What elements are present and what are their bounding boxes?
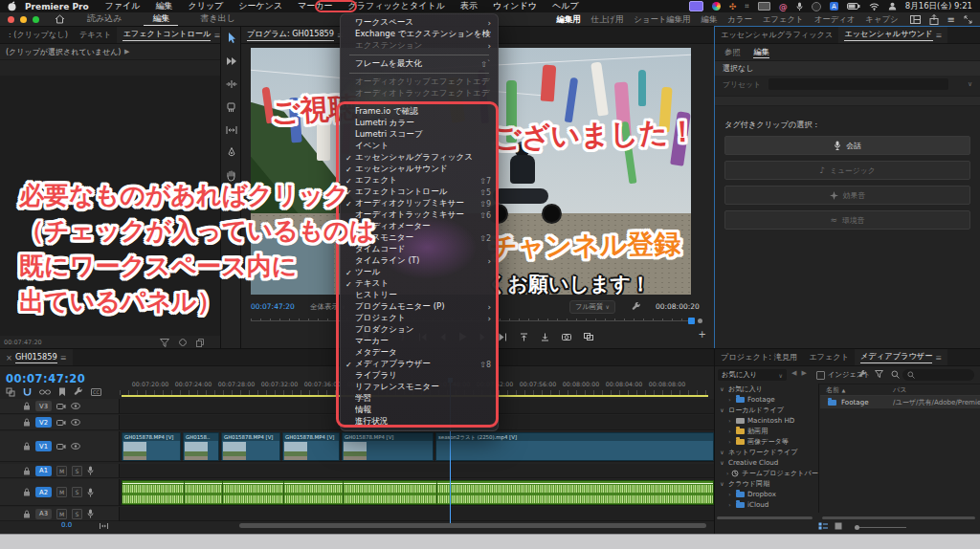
captions-icon[interactable]: CC xyxy=(91,388,101,396)
quick-export-icon[interactable] xyxy=(929,14,939,25)
menubar-menu-1[interactable]: 編集 xyxy=(147,0,180,12)
workspace-item-5[interactable]: エフェクト xyxy=(763,14,804,25)
voiceover-mic-icon[interactable] xyxy=(87,488,94,497)
menu-item-Lumetri スコープ[interactable]: Lumetri スコープ xyxy=(341,129,498,141)
zoom-window-button[interactable] xyxy=(33,16,39,23)
disclosure-icon[interactable]: › xyxy=(726,501,733,508)
extract-icon[interactable] xyxy=(541,333,549,341)
tree-item-Dropbox[interactable]: ›Dropbox xyxy=(715,489,818,499)
scrubber-knob[interactable] xyxy=(698,318,702,323)
panel-menu-icon[interactable]: ≡ xyxy=(60,353,67,362)
copy-icon[interactable] xyxy=(196,339,204,347)
disclosure-icon[interactable]: ∨ xyxy=(719,480,725,487)
timeline-clip[interactable]: GH0158.. xyxy=(183,432,219,461)
mute-button[interactable]: M xyxy=(56,509,67,519)
disclosure-icon[interactable]: › xyxy=(726,396,733,403)
tab-program-monitor[interactable]: プログラム: GH015859≡ xyxy=(241,27,349,43)
razor-tool-icon[interactable] xyxy=(226,101,236,113)
menu-item-フレームを最大化[interactable]: フレームを最大化⇧` xyxy=(341,58,498,70)
search-icon[interactable] xyxy=(891,370,900,379)
workspace-item-4[interactable]: カラー xyxy=(727,14,752,25)
menu-item-エッセンシャルサウンド[interactable]: ✓エッセンシャルサウンド xyxy=(341,164,498,175)
add-marker-icon[interactable] xyxy=(58,387,66,397)
track-lock-icon[interactable] xyxy=(23,488,31,496)
snap-magnet-icon[interactable] xyxy=(23,387,32,397)
comparison-view-icon[interactable] xyxy=(584,333,593,340)
volume-rubber-band[interactable] xyxy=(122,483,713,484)
track-select-forward-tool-icon[interactable] xyxy=(226,55,237,67)
disclosure-icon[interactable]: ∨ xyxy=(719,385,725,392)
apple-logo-icon[interactable] xyxy=(8,1,16,11)
back-arrow-icon[interactable]: ◀ xyxy=(791,369,796,377)
ingest-settings-wrench-icon[interactable] xyxy=(858,370,867,379)
header-nav-0[interactable]: 読み込み xyxy=(78,12,130,26)
menubar-menu-8[interactable]: ヘルプ xyxy=(545,0,587,12)
menu-item-エッセンシャルグラフィックス[interactable]: ✓エッセンシャルグラフィックス xyxy=(341,152,498,164)
home-icon[interactable] xyxy=(55,14,65,24)
tree-item-画像データ等[interactable]: ›画像データ等 xyxy=(715,436,818,447)
tree-item-Footage[interactable]: ›Footage xyxy=(715,394,818,405)
menubar-app-name[interactable]: Premiere Pro xyxy=(16,2,98,11)
preset-dropdown-icon[interactable]: ∨ xyxy=(968,80,972,88)
tree-item-ネットワークドライブ[interactable]: ∨ネットワークドライブ xyxy=(715,447,818,457)
timeline-clip[interactable]: GH015878.MP4 [V] xyxy=(342,432,434,461)
menubar-menu-5[interactable]: グラフィックとタイトル xyxy=(341,0,453,12)
close-tab-icon[interactable]: × xyxy=(6,353,12,362)
disclosure-icon[interactable]: ∨ xyxy=(719,406,725,413)
workspace-item-6[interactable]: オーディオ xyxy=(814,14,856,25)
list-view-icon[interactable] xyxy=(818,522,828,530)
track-target-A3[interactable]: A3 xyxy=(35,509,52,519)
track-target-A2[interactable]: A2 xyxy=(35,487,52,497)
hamburger-menu-icon[interactable]: ≡ xyxy=(947,14,955,25)
tab-media-2[interactable]: メディアブラウザー≡ xyxy=(855,349,947,365)
track-lane-A3[interactable] xyxy=(120,507,714,521)
thumbnail-view-icon[interactable] xyxy=(835,522,842,530)
keyboard-icon[interactable] xyxy=(758,2,770,11)
disclosure-icon[interactable]: › xyxy=(726,428,733,434)
menu-item-Frame.io で確認[interactable]: Frame.io で確認 xyxy=(341,106,498,118)
track-output-icon[interactable] xyxy=(56,403,66,410)
menu-item-メディアブラウザー[interactable]: ✓メディアブラウザー⇧8 xyxy=(341,359,498,370)
tag-button-ミュージック[interactable]: ♪ミュージック xyxy=(724,161,970,180)
menubar-menu-4[interactable]: マーカー xyxy=(290,0,340,12)
do-not-disturb-icon[interactable] xyxy=(812,2,821,11)
tree-item-Macintosh HD[interactable]: ›Macintosh HD xyxy=(715,415,818,426)
workspace-item-3[interactable]: 編集 xyxy=(702,14,718,25)
close-window-button[interactable] xyxy=(8,16,14,23)
menubar-menu-0[interactable]: ファイル xyxy=(98,0,148,12)
timeline-horizontal-scrollbar[interactable] xyxy=(239,523,706,528)
timeline-clip[interactable]: GH015878.MP4 [V] xyxy=(282,432,340,461)
menu-item-エクステンション[interactable]: エクステンション› xyxy=(341,40,498,52)
workspace-panel-icon[interactable] xyxy=(910,15,921,24)
track-header-A1[interactable]: A1MS xyxy=(0,464,120,478)
fullscreen-icon[interactable] xyxy=(964,15,972,24)
lift-icon[interactable] xyxy=(520,333,528,341)
list-header[interactable]: 名前 ▲ パス xyxy=(820,384,980,396)
disclosure-icon[interactable]: ∨ xyxy=(719,449,725,455)
tag-button-会話[interactable]: 会話 xyxy=(724,136,970,155)
tab-effect-controls-2[interactable]: エフェクトコントロール≡ xyxy=(117,27,221,43)
tab-essential-0[interactable]: エッセンシャルグラフィックス xyxy=(715,27,838,43)
menu-item-ライブラリ[interactable]: ライブラリ xyxy=(341,370,498,382)
linked-selection-icon[interactable] xyxy=(39,388,51,396)
column-name[interactable]: 名前 ▲ xyxy=(826,385,845,395)
menu-item-ワークスペース[interactable]: ワークスペース› xyxy=(341,17,498,29)
panel-menu-icon[interactable]: ≡ xyxy=(213,31,220,40)
tree-item-お気に入り[interactable]: ∨お気に入り xyxy=(715,384,818,394)
menu-item-イベント[interactable]: イベント xyxy=(341,141,498,152)
tag-button-環境音[interactable]: ≈環境音 xyxy=(724,210,970,230)
solo-button[interactable]: S xyxy=(72,487,82,497)
at-badge-icon[interactable]: @ xyxy=(779,2,788,11)
disclosure-icon[interactable]: › xyxy=(726,438,733,445)
track-header-V1[interactable]: V1 xyxy=(0,431,120,462)
menu-item-メタデータ[interactable]: メタデータ xyxy=(341,347,498,359)
track-eye-icon[interactable] xyxy=(71,443,80,450)
search-input[interactable] xyxy=(902,369,974,381)
mic-status-icon[interactable] xyxy=(796,2,803,11)
header-nav-1[interactable]: 編集 xyxy=(144,12,178,26)
workspace-item-0[interactable]: 編集用 xyxy=(556,14,580,25)
tab-effect-controls-1[interactable]: テキスト xyxy=(74,27,118,43)
menu-item-Exchange でエクステンションを検索...[interactable]: Exchange でエクステンションを検索... xyxy=(341,29,498,40)
tree-item-Creative Cloud[interactable]: ∨Creative Cloud xyxy=(715,457,818,468)
menu-item-情報[interactable]: 情報 xyxy=(341,405,498,416)
